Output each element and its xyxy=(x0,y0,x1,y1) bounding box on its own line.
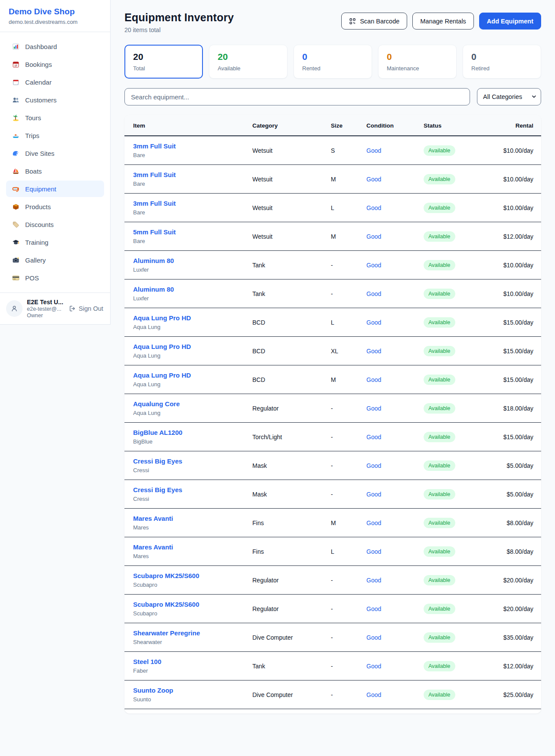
item-brand: Suunto xyxy=(133,696,250,703)
item-brand: Faber xyxy=(133,667,250,674)
barcode-scan-icon xyxy=(349,18,356,25)
sign-out-button[interactable]: Sign Out xyxy=(69,305,104,312)
item-condition-link[interactable]: Good xyxy=(366,462,381,469)
item-name-link[interactable]: Scubapro MK25/S600 xyxy=(133,601,250,608)
item-category: Regulator xyxy=(252,394,331,423)
item-name-link[interactable]: 5mm Full Suit xyxy=(133,228,250,236)
tag-icon xyxy=(12,220,20,228)
item-condition-link[interactable]: Good xyxy=(366,348,381,355)
item-condition-link[interactable]: Good xyxy=(366,519,381,526)
stat-card[interactable]: 20 Available xyxy=(209,45,287,79)
status-badge: Available xyxy=(424,145,455,156)
item-name-link[interactable]: Aluminum 80 xyxy=(133,286,250,293)
sidebar-item-pos[interactable]: POS xyxy=(6,270,104,286)
item-name-link[interactable]: Aqua Lung Pro HD xyxy=(133,343,250,350)
item-name-link[interactable]: Steel 100 xyxy=(133,658,250,665)
item-name-link[interactable]: 3mm Full Suit xyxy=(133,142,250,150)
stat-value: 20 xyxy=(133,52,194,62)
stat-label: Rented xyxy=(302,65,363,72)
item-condition-link[interactable]: Good xyxy=(366,577,381,584)
main-content: Equipment Inventory 20 items total Scan … xyxy=(111,0,555,729)
stat-label: Total xyxy=(133,65,194,72)
item-name-link[interactable]: BigBlue AL1200 xyxy=(133,429,250,436)
sidebar-item-bookings[interactable]: 17 Bookings xyxy=(6,56,104,72)
package-icon xyxy=(12,203,20,210)
item-condition-link[interactable]: Good xyxy=(366,691,381,698)
sidebar-item-products[interactable]: Products xyxy=(6,198,104,215)
sidebar-item-customers[interactable]: Customers xyxy=(6,92,104,108)
table-row: Aqua Lung Pro HD Aqua Lung BCD L Good Av… xyxy=(124,308,541,337)
add-equipment-button[interactable]: Add Equipment xyxy=(479,13,541,30)
item-rental-rate: $25.00/day xyxy=(489,680,541,709)
item-brand: Luxfer xyxy=(133,295,250,302)
item-name-link[interactable]: 3mm Full Suit xyxy=(133,200,250,207)
sidebar-item-equipment[interactable]: Equipment xyxy=(6,181,104,197)
item-name-link[interactable]: Suunto Zoop xyxy=(133,687,250,694)
item-name-link[interactable]: Mares Avanti xyxy=(133,543,250,551)
item-name-link[interactable]: 3mm Full Suit xyxy=(133,171,250,178)
avatar xyxy=(6,300,23,317)
sidebar-item-label: Calendar xyxy=(25,79,52,86)
manage-rentals-button[interactable]: Manage Rentals xyxy=(412,13,474,30)
item-name-link[interactable]: Shearwater Peregrine xyxy=(133,629,250,637)
stat-card[interactable]: 0 Retired xyxy=(463,45,541,79)
sidebar-item-boats[interactable]: Boats xyxy=(6,163,104,179)
item-category: Dive Computer xyxy=(252,680,331,709)
item-condition-link[interactable]: Good xyxy=(366,204,381,211)
stat-card[interactable]: 20 Total xyxy=(124,45,203,79)
sidebar-item-training[interactable]: Training xyxy=(6,234,104,250)
sidebar-item-calendar[interactable]: Calendar xyxy=(6,74,104,90)
stat-card[interactable]: 0 Maintenance xyxy=(378,45,457,79)
sidebar-item-label: Bookings xyxy=(25,61,52,68)
item-size: - xyxy=(331,623,366,652)
camera-icon xyxy=(12,256,20,264)
sidebar-item-trips[interactable]: Trips xyxy=(6,127,104,144)
calendar-icon xyxy=(12,78,20,86)
brand-domain: demo.test.divestreams.com xyxy=(9,19,101,25)
item-name-link[interactable]: Cressi Big Eyes xyxy=(133,486,250,493)
item-condition-link[interactable]: Good xyxy=(366,319,381,326)
table-row: Shearwater Peregrine Shearwater Dive Com… xyxy=(124,623,541,652)
stat-card[interactable]: 0 Rented xyxy=(294,45,372,79)
item-condition-link[interactable]: Good xyxy=(366,548,381,555)
item-condition-link[interactable]: Good xyxy=(366,605,381,612)
item-name-link[interactable]: Cressi Big Eyes xyxy=(133,457,250,465)
item-condition-link[interactable]: Good xyxy=(366,663,381,670)
item-condition-link[interactable]: Good xyxy=(366,176,381,183)
sidebar-item-discounts[interactable]: Discounts xyxy=(6,216,104,233)
sign-out-label: Sign Out xyxy=(79,305,103,312)
item-name-link[interactable]: Mares Avanti xyxy=(133,515,250,522)
table-row: 5mm Full Suit Bare Wetsuit M Good Availa… xyxy=(124,222,541,251)
item-condition-link[interactable]: Good xyxy=(366,147,381,154)
item-name-link[interactable]: Aqualung Core xyxy=(133,400,250,408)
item-name-link[interactable]: Scubapro MK25/S600 xyxy=(133,572,250,579)
item-condition-link[interactable]: Good xyxy=(366,290,381,297)
item-category: Mask xyxy=(252,451,331,480)
scan-barcode-button[interactable]: Scan Barcode xyxy=(341,13,407,30)
sidebar-item-gallery[interactable]: Gallery xyxy=(6,252,104,268)
item-name-link[interactable]: Aqua Lung Pro HD xyxy=(133,314,250,322)
col-header-rental: Rental xyxy=(489,115,541,136)
item-condition-link[interactable]: Good xyxy=(366,262,381,269)
sidebar-item-dive-sites[interactable]: Dive Sites xyxy=(6,145,104,161)
item-condition-link[interactable]: Good xyxy=(366,634,381,641)
sidebar-item-dashboard[interactable]: Dashboard xyxy=(6,38,104,55)
item-brand: Luxfer xyxy=(133,266,250,273)
category-filter[interactable]: All Categories xyxy=(477,88,541,105)
speedboat-icon xyxy=(12,131,20,139)
palm-tree-icon xyxy=(12,114,20,122)
item-condition-link[interactable]: Good xyxy=(366,233,381,240)
table-row: Mares Avanti Mares Fins M Good Available… xyxy=(124,509,541,537)
search-input[interactable] xyxy=(124,88,470,105)
item-condition-link[interactable]: Good xyxy=(366,434,381,440)
item-name-link[interactable]: Aluminum 80 xyxy=(133,257,250,264)
item-condition-link[interactable]: Good xyxy=(366,491,381,498)
item-condition-link[interactable]: Good xyxy=(366,376,381,383)
status-badge: Available xyxy=(424,375,455,385)
item-size: M xyxy=(331,222,366,251)
item-name-link[interactable]: Aqua Lung Pro HD xyxy=(133,371,250,379)
table-row: Aqua Lung Pro HD Aqua Lung BCD M Good Av… xyxy=(124,365,541,394)
stat-label: Maintenance xyxy=(387,65,448,72)
item-condition-link[interactable]: Good xyxy=(366,405,381,412)
sidebar-item-tours[interactable]: Tours xyxy=(6,109,104,126)
